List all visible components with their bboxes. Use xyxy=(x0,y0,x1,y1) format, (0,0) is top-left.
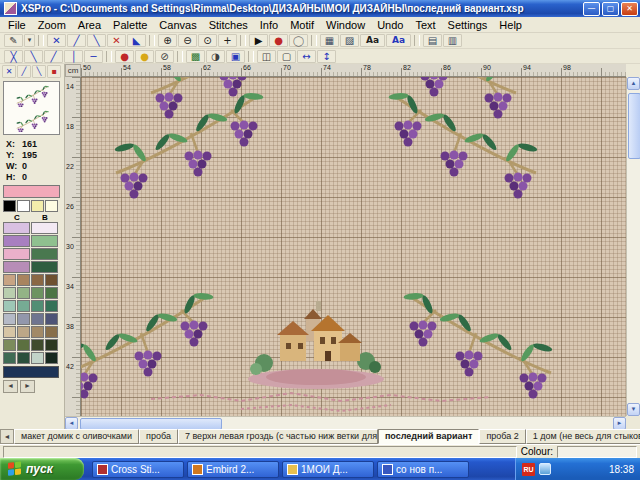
taskbar-task[interactable]: Cross Sti... xyxy=(92,461,184,478)
start-button[interactable]: пуск xyxy=(0,458,84,480)
palette-swatch[interactable] xyxy=(3,222,30,234)
palette-scroll-left-icon[interactable]: ◄ xyxy=(3,380,18,393)
palette-swatch[interactable] xyxy=(45,313,58,325)
palette-swatch[interactable] xyxy=(3,300,16,312)
tab-item[interactable]: 1 дом (не весь для стыковки) xyxy=(526,429,640,444)
palette-bottom-swatch[interactable] xyxy=(3,366,59,378)
palette-swatch[interactable] xyxy=(45,326,58,338)
swap-colors-button[interactable]: ◑ xyxy=(206,50,225,63)
fill-tool[interactable]: ▩ xyxy=(186,50,205,63)
minimize-button[interactable]: — xyxy=(583,2,600,16)
mini-dot[interactable]: ▪ xyxy=(47,65,61,78)
palette-swatch[interactable] xyxy=(17,200,30,212)
palette-swatch[interactable] xyxy=(17,300,30,312)
mirror-vertical-button[interactable]: ↕ xyxy=(317,50,336,63)
menu-item-help[interactable]: Help xyxy=(493,18,528,32)
palette-swatch[interactable] xyxy=(45,300,58,312)
tab-item[interactable]: макет домик с оливочками xyxy=(14,429,139,444)
no-stitch-tool[interactable]: ⊘ xyxy=(155,50,174,63)
menu-item-canvas[interactable]: Canvas xyxy=(153,18,202,32)
palette-swatch[interactable] xyxy=(3,200,16,212)
palette-swatch[interactable] xyxy=(3,326,16,338)
select-arrow-tool[interactable]: ▶ xyxy=(249,34,268,47)
zoom-in-tool[interactable]: ⊕ xyxy=(158,34,177,47)
palette-swatch[interactable] xyxy=(45,287,58,299)
palette-swatch[interactable] xyxy=(45,274,58,286)
mirror-horizontal-button[interactable]: ↔ xyxy=(297,50,316,63)
palette-swatch[interactable] xyxy=(31,300,44,312)
pattern-view-button[interactable]: ▨ xyxy=(340,34,359,47)
tab-scroll-icon[interactable]: ◄ xyxy=(0,429,14,444)
palette-swatch[interactable] xyxy=(17,339,30,351)
backstitch-cross-tool[interactable]: ╳ xyxy=(4,50,23,63)
palette-swatch[interactable] xyxy=(3,261,30,273)
mini-full-stitch[interactable]: ✕ xyxy=(2,65,16,78)
tab-item[interactable]: проба xyxy=(139,429,178,444)
palette-swatch[interactable] xyxy=(3,352,16,364)
selected-color-swatch[interactable] xyxy=(3,185,60,198)
tray-app-icon[interactable] xyxy=(539,463,551,475)
menu-item-undo[interactable]: Undo xyxy=(371,18,409,32)
palette-swatch[interactable] xyxy=(31,261,58,273)
french-knot-tool[interactable]: ● xyxy=(115,50,134,63)
menu-item-text[interactable]: Text xyxy=(409,18,441,32)
palette-swatch[interactable] xyxy=(31,200,44,212)
palette-swatch[interactable] xyxy=(17,274,30,286)
maximize-button[interactable]: ▢ xyxy=(602,2,619,16)
font-tool-black[interactable]: Aa xyxy=(360,34,385,47)
layout-tool-cols[interactable]: ▥ xyxy=(443,34,462,47)
palette-swatch[interactable] xyxy=(3,248,30,260)
erase-tool[interactable]: ◯ xyxy=(289,34,308,47)
vertical-scroll-thumb[interactable] xyxy=(628,93,640,159)
palette-swatch[interactable] xyxy=(17,352,30,364)
taskbar-task[interactable]: 1МОИ Д... xyxy=(282,461,374,478)
palette-swatch[interactable] xyxy=(45,200,58,212)
grid-toggle-button[interactable]: ▦ xyxy=(320,34,339,47)
motif-preview-box[interactable] xyxy=(3,81,60,135)
menu-item-zoom[interactable]: Zoom xyxy=(32,18,72,32)
palette-swatch[interactable] xyxy=(31,339,44,351)
three-quarter-stitch-tool[interactable]: ◣ xyxy=(127,34,146,47)
palette-swatch[interactable] xyxy=(3,339,16,351)
pan-tool[interactable]: + xyxy=(218,34,237,47)
palette-swatch[interactable] xyxy=(17,326,30,338)
palette-swatch[interactable] xyxy=(31,313,44,325)
palette-swatch[interactable] xyxy=(31,222,58,234)
language-indicator-icon[interactable]: RU xyxy=(522,463,535,476)
menu-item-file[interactable]: File xyxy=(2,18,32,32)
menu-item-motif[interactable]: Motif xyxy=(284,18,320,32)
tab-item[interactable]: проба 2 xyxy=(479,429,525,444)
copy-motif-button[interactable]: ◫ xyxy=(257,50,276,63)
tab-item[interactable]: 7 верхн левая гроздь (с частью ниж ветки… xyxy=(178,429,378,444)
pencil-tool[interactable]: ✎ xyxy=(4,34,23,47)
palette-swatch[interactable] xyxy=(3,287,16,299)
menu-item-window[interactable]: Window xyxy=(320,18,371,32)
zoom-out-tool[interactable]: ⊖ xyxy=(178,34,197,47)
close-button[interactable]: ✕ xyxy=(621,2,638,16)
taskbar-task[interactable]: Embird 2... xyxy=(187,461,279,478)
palette-swatch[interactable] xyxy=(31,352,44,364)
zoom-area-tool[interactable]: ⊙ xyxy=(198,34,217,47)
color-picker-tool[interactable]: ● xyxy=(269,34,288,47)
menu-item-settings[interactable]: Settings xyxy=(442,18,494,32)
menu-item-info[interactable]: Info xyxy=(254,18,284,32)
backstitch-vertical-tool[interactable]: │ xyxy=(64,50,83,63)
menu-item-stitches[interactable]: Stitches xyxy=(203,18,254,32)
palette-swatch[interactable] xyxy=(17,313,30,325)
palette-swatch[interactable] xyxy=(45,352,58,364)
menu-item-area[interactable]: Area xyxy=(72,18,107,32)
motif-thumbnail[interactable] xyxy=(6,83,58,107)
palette-swatch[interactable] xyxy=(31,274,44,286)
palette-swatch[interactable] xyxy=(3,235,30,247)
half-stitch-back-tool[interactable]: ╲ xyxy=(87,34,106,47)
backstitch-horizontal-tool[interactable]: ─ xyxy=(84,50,103,63)
palette-swatch[interactable] xyxy=(31,326,44,338)
motif-thumbnail[interactable] xyxy=(6,108,58,132)
palette-swatch[interactable] xyxy=(31,287,44,299)
palette-swatch[interactable] xyxy=(45,339,58,351)
quarter-stitch-tool[interactable]: ✕ xyxy=(107,34,126,47)
taskbar-task[interactable]: со нов п... xyxy=(377,461,469,478)
palette-scroll-right-icon[interactable]: ► xyxy=(20,380,35,393)
layout-tool-rows[interactable]: ▤ xyxy=(423,34,442,47)
palette-swatch[interactable] xyxy=(31,248,58,260)
